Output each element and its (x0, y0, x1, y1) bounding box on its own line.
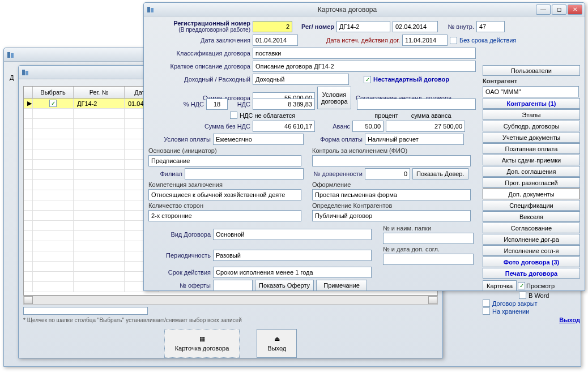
novat-checkbox[interactable] (230, 112, 237, 119)
execagr-button[interactable]: Исполнение согл-я (483, 245, 580, 256)
print-button[interactable]: Печать договора (483, 268, 580, 279)
card-button[interactable]: ▦ Карточка договора (164, 329, 240, 358)
stages-button[interactable]: Этапы (483, 109, 580, 120)
note-button[interactable]: Примечание (316, 280, 367, 291)
minimize-button[interactable]: — (536, 5, 551, 15)
dateconcl-input[interactable] (253, 35, 298, 46)
basis-input[interactable] (148, 155, 301, 166)
close-button[interactable]: ✕ (568, 5, 582, 15)
acctdocs-button[interactable]: Учетные документы (483, 132, 580, 143)
lbl-pctvat: % НДС (148, 101, 204, 108)
showoffer-button[interactable]: Показать Оферту (255, 280, 314, 291)
users-button[interactable]: Пользователи (483, 65, 580, 76)
dateexpiry-input[interactable] (402, 35, 448, 46)
contracttype-input[interactable] (213, 229, 372, 240)
terms-button[interactable]: Условия договора (317, 87, 351, 109)
shortdesc-input[interactable] (253, 61, 476, 72)
lbl-advsum: сумма аванса (403, 112, 459, 119)
stagedpay-button[interactable]: Поэтапная оплата (483, 143, 580, 154)
storage-checkbox[interactable] (483, 307, 490, 315)
lbl-preview: Просмотр (526, 283, 555, 289)
card-btn-small[interactable]: Карточка (483, 280, 517, 291)
lbl-novat: НДС не облагается (240, 112, 295, 119)
offerno-input[interactable] (213, 280, 253, 291)
acceptacts-button[interactable]: Акты сдачи-приемки (483, 155, 580, 165)
svg-rect-5 (151, 8, 154, 12)
regdate-input[interactable] (393, 21, 438, 32)
lbl-dateconcl: Дата заключения (148, 37, 250, 44)
innerno-input[interactable] (476, 21, 505, 32)
competence-input[interactable] (148, 189, 301, 200)
table-scrollbar[interactable] (23, 296, 438, 305)
lbl-inword: В Word (529, 292, 549, 299)
incomeexp-input[interactable] (253, 74, 349, 85)
branch-input[interactable] (185, 168, 304, 179)
approval-button[interactable]: Согласование (483, 223, 580, 233)
lbl-execcontrol: Контроль за исполнением (ФИО) (312, 147, 476, 154)
formatting-input[interactable] (312, 189, 471, 200)
lbl-offerno: № оферты (148, 282, 211, 289)
row-select-checkbox[interactable]: ✓ (49, 100, 57, 107)
exit-link[interactable]: Выход (559, 317, 580, 323)
lbl-dateexpiry: Дата истеч. действия дог. (300, 37, 400, 44)
lbl-payform: Форма оплаты (306, 136, 363, 143)
regno-input[interactable] (253, 21, 292, 32)
addagr-button[interactable]: Доп. соглашения (483, 166, 580, 177)
adddocs-button[interactable]: Доп. документы (483, 189, 580, 199)
validity-input[interactable] (213, 267, 372, 278)
th-regno[interactable]: Рег. № (74, 87, 125, 98)
lbl-competence: Компетенция заключения (148, 181, 304, 188)
execution-button[interactable]: Исполнение дог-ра (483, 234, 580, 245)
vat-input[interactable] (253, 99, 315, 110)
addagrno-input[interactable] (383, 254, 474, 265)
nonstd-approval-input[interactable] (357, 99, 476, 110)
disputes-button[interactable]: Прот. разногласий (483, 177, 580, 188)
svg-rect-3 (25, 71, 28, 75)
regnumber-input[interactable] (336, 21, 390, 32)
filter-input[interactable] (23, 307, 148, 315)
lbl-pct: процент (372, 112, 400, 119)
svg-rect-1 (11, 53, 14, 58)
payform-input[interactable] (365, 134, 464, 145)
specs-button[interactable]: Спецификации (483, 200, 580, 211)
preview-checkbox[interactable]: ✓ (518, 282, 525, 289)
lbl-innerno: № внутр. (440, 23, 474, 30)
sides-input[interactable] (148, 210, 301, 221)
periodicity-input[interactable] (213, 250, 372, 261)
advsum-input[interactable] (386, 121, 465, 132)
bills-button[interactable]: Векселя (483, 211, 580, 222)
nonstd-checkbox[interactable]: ✓ (364, 76, 371, 83)
closed-checkbox[interactable] (483, 300, 490, 307)
photo-button[interactable]: Фото договора (3) (483, 256, 580, 267)
lbl-branch: Филиал (148, 170, 182, 177)
th-select[interactable]: Выбрать (33, 87, 74, 98)
counterparty-input[interactable] (483, 86, 579, 97)
noexpiry-checkbox[interactable] (450, 37, 457, 44)
execcontrol-input[interactable] (312, 155, 471, 166)
lbl-sumexvat: Сумма без НДС (148, 123, 250, 130)
showpower-button[interactable]: Показать Довер. (412, 168, 468, 179)
app-icon (146, 5, 155, 14)
counterpartydef-input[interactable] (312, 210, 471, 221)
lbl-shortdesc: Краткое описание договора (148, 63, 250, 70)
card-button-label: Карточка договора (175, 345, 229, 352)
advpct-input[interactable] (352, 121, 384, 132)
lbl-periodicity: Периодичность (148, 252, 211, 259)
folderno-input[interactable] (383, 233, 474, 244)
lbl-regslash: Рег/ номер (295, 23, 334, 30)
poweratt-input[interactable] (365, 168, 410, 179)
counterparties-button[interactable]: Контрагенты (1) (483, 98, 580, 109)
payterms-input[interactable] (213, 134, 304, 145)
classif-input[interactable] (253, 48, 476, 59)
lbl-contracttype: Вид Договора (148, 231, 211, 238)
pctvat-input[interactable] (206, 99, 228, 110)
lbl-counterparty: Контрагент (483, 78, 580, 84)
cell-regno: ДГ14-2 (74, 99, 125, 109)
window-title: Карточка договора (159, 6, 536, 14)
exit-icon: ⏏ (274, 335, 280, 343)
inword-checkbox[interactable] (519, 292, 526, 299)
sumexvat-input[interactable] (253, 121, 315, 132)
exit-button[interactable]: ⏏ Выход (257, 329, 297, 358)
maximize-button[interactable]: ◻ (552, 5, 566, 15)
subcontracts-button[interactable]: Субподр. договоры (483, 121, 580, 131)
